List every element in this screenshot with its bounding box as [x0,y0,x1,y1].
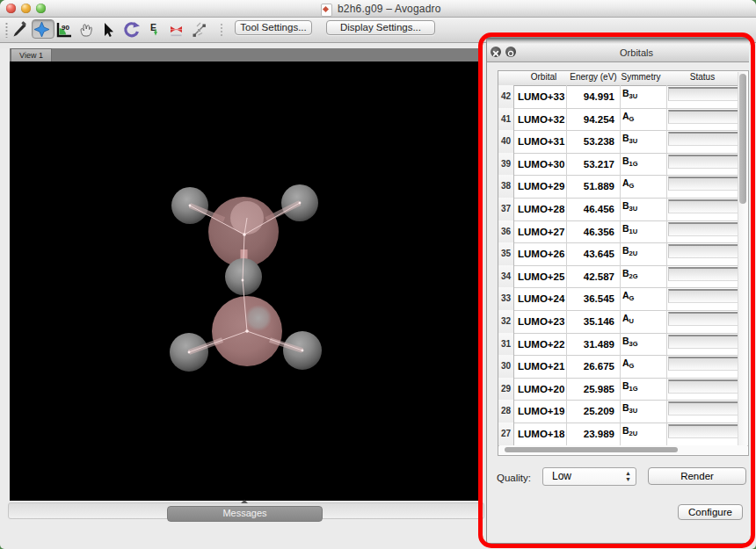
svg-text:90: 90 [62,24,69,32]
